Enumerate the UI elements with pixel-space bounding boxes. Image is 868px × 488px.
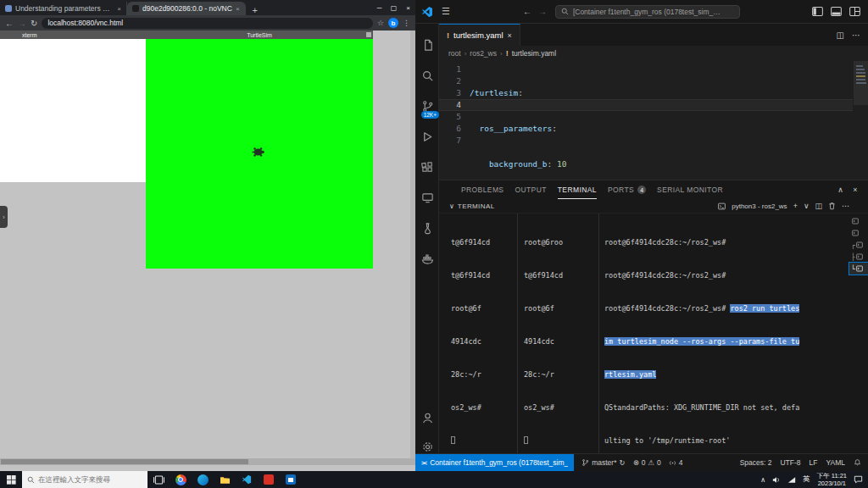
activity-run-debug-icon[interactable] (415, 122, 439, 151)
maximize-panel-icon[interactable]: ∧ (837, 186, 843, 194)
novnc-control-handle[interactable]: › (0, 206, 8, 228)
activity-source-control-icon[interactable]: 12K+ (415, 92, 439, 120)
browser-menu-kebab-icon[interactable]: ⋮ (403, 19, 410, 27)
turtlesim-window[interactable]: TurtleSim (146, 30, 373, 269)
activity-extensions-icon[interactable] (415, 152, 439, 181)
terminal-pane-1[interactable]: t@6f914cd t@6f914cd root@6f 4914cdc 28c:… (451, 215, 524, 469)
terminal-body[interactable]: t@6f914cd t@6f914cd root@6f 4914cdc 28c:… (439, 213, 868, 454)
novnc-viewport[interactable]: xterm TurtleSim (0, 30, 415, 471)
minimize-button[interactable]: ─ (372, 0, 387, 15)
red-app-icon[interactable] (258, 471, 280, 488)
git-branch-item[interactable]: master* ↻ (581, 458, 625, 467)
problems-item[interactable]: ⊗ 0 ⚠ 0 (633, 458, 661, 467)
new-tab-button[interactable]: + (246, 5, 264, 15)
xterm-titlebar[interactable]: xterm (0, 30, 146, 39)
remote-indicator[interactable]: >< Container f1tenth_gym_ros (0178test_s… (415, 454, 574, 471)
sync-icon[interactable]: ↻ (620, 458, 626, 467)
speaker-icon[interactable] (772, 476, 781, 484)
bookmark-star-icon[interactable]: ☆ (377, 19, 384, 27)
activity-docker-icon[interactable] (415, 244, 439, 273)
turtlesim-titlebar[interactable]: TurtleSim (146, 30, 373, 39)
xterm-body[interactable] (0, 39, 146, 182)
terminal-instance-label[interactable]: python3 - ros2_ws (732, 202, 787, 210)
split-editor-icon[interactable]: ◫ (837, 30, 844, 40)
network-icon[interactable] (787, 476, 796, 484)
xterm-window[interactable]: xterm (0, 30, 146, 182)
task-view-icon[interactable] (147, 471, 170, 488)
toggle-panel-icon[interactable] (831, 7, 842, 16)
split-terminal-icon[interactable]: ◫ (815, 202, 822, 210)
chevron-down-icon[interactable]: ∨ (449, 202, 454, 210)
activity-testing-icon[interactable] (415, 214, 439, 242)
taskbar-search-input[interactable] (38, 475, 138, 484)
browser-tab-active[interactable]: d90e2d900286:0.0 - noVNC × (127, 2, 246, 15)
store-icon[interactable] (280, 471, 302, 488)
terminal-pane-2[interactable]: root@6roo t@6f914cd root@6f 4914cdc 28c:… (524, 215, 592, 469)
url-field[interactable] (42, 18, 373, 29)
ime-language-indicator[interactable]: 英 (803, 474, 810, 485)
scrollbar-thumb[interactable] (1, 459, 248, 464)
close-panel-icon[interactable]: × (853, 186, 858, 194)
activity-search-icon[interactable] (415, 61, 439, 90)
activity-explorer-icon[interactable] (415, 30, 439, 59)
kill-terminal-trash-icon[interactable] (828, 202, 836, 210)
terminal-profile-chevron-icon[interactable]: ∨ (804, 202, 810, 210)
horizontal-scrollbar[interactable] (0, 458, 415, 465)
ports-item[interactable]: 4 (669, 458, 683, 467)
taskbar-search-box[interactable] (22, 471, 147, 488)
terminal-split-divider[interactable] (598, 214, 599, 459)
tab-close-icon[interactable]: × (236, 5, 240, 13)
terminal-tab-item-active[interactable]: └ (849, 263, 868, 274)
notification-center-icon[interactable] (854, 475, 863, 484)
browser-tab-inactive[interactable]: Understanding parameters — RO × (0, 2, 127, 15)
breadcrumb-root[interactable]: root (448, 49, 461, 58)
terminal-pane-active[interactable]: root@6f4914cdc28c:~/ros2_ws# root@6f4914… (604, 215, 838, 488)
terminal-section-header[interactable]: ∨ TERMINAL python3 - ros2_ws + ∨ ◫ (439, 199, 868, 213)
terminal-tab-item[interactable]: ┌ (849, 239, 868, 251)
terminal-tab-item[interactable]: ├ (849, 251, 868, 263)
tab-ports[interactable]: PORTS 4 (608, 180, 646, 199)
editor-actions-kebab-icon[interactable]: ⋯ (852, 30, 860, 40)
nav-forward-icon[interactable]: → (538, 7, 547, 16)
tab-close-icon[interactable]: × (508, 31, 512, 40)
url-input[interactable] (47, 19, 367, 27)
terminal-tab-item[interactable] (849, 227, 868, 239)
tab-terminal[interactable]: TERMINAL (558, 180, 597, 199)
menu-burger-icon[interactable]: ☰ (442, 6, 450, 17)
language-mode-item[interactable]: YAML (826, 458, 845, 467)
turtlesim-window-button[interactable] (366, 32, 371, 37)
browser-profile-badge[interactable]: b (388, 18, 398, 28)
command-center[interactable]: [Container f1tenth_gym_ros (0178test_sim… (555, 5, 740, 19)
taskbar-clock[interactable]: 下午 11:21 2023/10/1 (817, 472, 847, 487)
maximize-button[interactable]: ▢ (387, 0, 401, 15)
file-explorer-icon[interactable] (214, 471, 236, 488)
tab-close-icon[interactable]: × (117, 5, 121, 13)
reload-icon[interactable]: ↻ (31, 19, 37, 28)
tab-serial-monitor[interactable]: SERIAL MONITOR (657, 180, 723, 199)
tab-output[interactable]: OUTPUT (515, 180, 546, 199)
editor-tab-turtlesim-yaml[interactable]: ! turtlesim.yaml × (439, 24, 520, 46)
new-terminal-icon[interactable]: + (793, 202, 798, 210)
customize-layout-icon[interactable] (849, 7, 860, 16)
tray-chevron-up-icon[interactable]: ∧ (760, 476, 765, 484)
breadcrumb-file[interactable]: turtlesim.yaml (512, 49, 556, 58)
terminal-tab-item[interactable] (849, 215, 868, 227)
nav-back-icon[interactable]: ← (523, 7, 531, 16)
edge-icon[interactable] (192, 471, 214, 488)
close-button[interactable]: × (401, 0, 415, 15)
eol-item[interactable]: LF (810, 458, 818, 467)
start-button[interactable] (0, 471, 22, 488)
minimap[interactable] (854, 61, 868, 180)
code-editor[interactable]: 1 2 3 4 5 6 7 /turtlesim: ros__parameter… (439, 61, 868, 180)
activity-remote-explorer-icon[interactable] (415, 183, 439, 212)
forward-icon[interactable]: → (18, 19, 26, 28)
chrome-icon[interactable] (170, 471, 192, 488)
vscode-taskbar-icon[interactable] (236, 471, 258, 488)
activity-account-icon[interactable] (415, 403, 439, 432)
indentation-item[interactable]: Spaces: 2 (740, 458, 772, 467)
breadcrumb-ros2-ws[interactable]: ros2_ws (470, 49, 497, 58)
tab-problems[interactable]: PROBLEMS (461, 180, 504, 199)
encoding-item[interactable]: UTF-8 (780, 458, 800, 467)
notifications-bell-icon[interactable] (854, 458, 861, 467)
terminal-kebab-icon[interactable]: ⋯ (842, 202, 849, 210)
